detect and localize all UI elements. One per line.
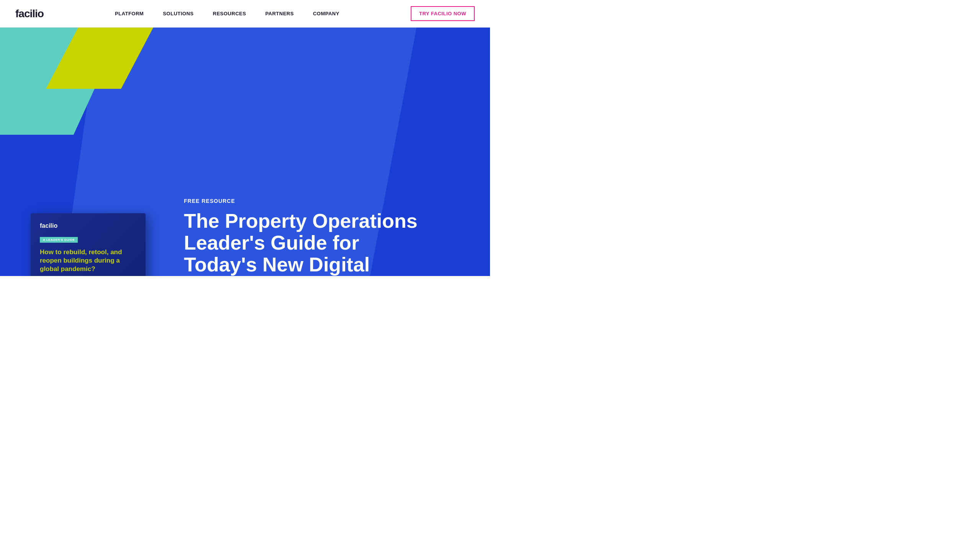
- book-logo: facilio: [40, 222, 136, 229]
- book-badge: A LEADER'S GUIDE: [40, 237, 78, 243]
- hero-section: facilio A LEADER'S GUIDE How to rebuild,…: [0, 28, 490, 276]
- nav-platform[interactable]: PLATFORM: [115, 11, 144, 16]
- free-resource-label: FREE RESOURCE: [184, 198, 433, 204]
- book-cover: facilio A LEADER'S GUIDE How to rebuild,…: [31, 213, 146, 276]
- hero-text: FREE RESOURCE The Property Operations Le…: [184, 198, 433, 276]
- nav-company[interactable]: COMPANY: [313, 11, 339, 16]
- hero-content: facilio A LEADER'S GUIDE How to rebuild,…: [0, 28, 490, 276]
- try-facilio-button[interactable]: TRY FACILIO NOW: [411, 6, 475, 21]
- nav-solutions[interactable]: SOLUTIONS: [163, 11, 193, 16]
- main-nav: PLATFORM SOLUTIONS RESOURCES PARTNERS CO…: [115, 11, 339, 16]
- nav-partners[interactable]: PARTNERS: [265, 11, 294, 16]
- header: facilio PLATFORM SOLUTIONS RESOURCES PAR…: [0, 0, 490, 28]
- book-container: facilio A LEADER'S GUIDE How to rebuild,…: [31, 213, 153, 276]
- book-title: How to rebuild, retool, and reopen build…: [40, 248, 136, 273]
- logo[interactable]: facilio: [15, 8, 44, 20]
- nav-resources[interactable]: RESOURCES: [213, 11, 246, 16]
- hero-title: The Property Operations Leader's Guide f…: [184, 210, 433, 276]
